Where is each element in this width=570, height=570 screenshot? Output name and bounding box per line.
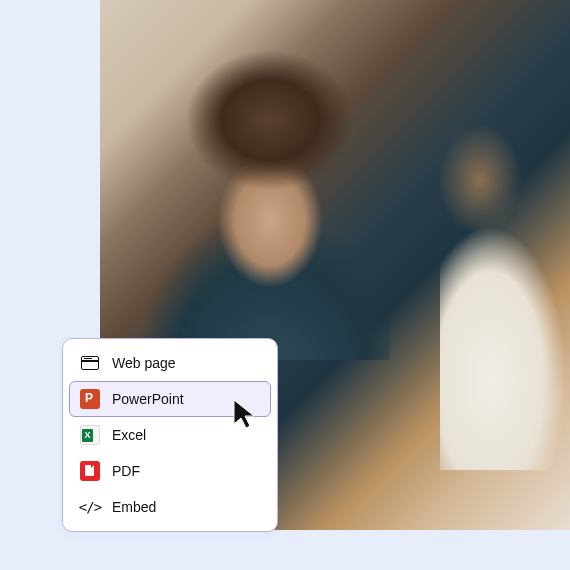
menu-item-webpage[interactable]: Web page xyxy=(69,345,271,381)
menu-item-label: Excel xyxy=(112,427,146,443)
powerpoint-icon xyxy=(80,389,100,409)
menu-item-label: PDF xyxy=(112,463,140,479)
menu-item-label: Web page xyxy=(112,355,176,371)
menu-item-pdf[interactable]: PDF xyxy=(69,453,271,489)
menu-item-embed[interactable]: </> Embed xyxy=(69,489,271,525)
menu-item-label: PowerPoint xyxy=(112,391,184,407)
pdf-icon xyxy=(80,461,100,481)
menu-item-label: Embed xyxy=(112,499,156,515)
excel-icon xyxy=(80,425,100,445)
menu-item-excel[interactable]: Excel xyxy=(69,417,271,453)
export-menu: Web page PowerPoint Excel PDF </> Embed xyxy=(62,338,278,532)
embed-icon: </> xyxy=(80,497,100,517)
menu-item-powerpoint[interactable]: PowerPoint xyxy=(69,381,271,417)
webpage-icon xyxy=(80,353,100,373)
